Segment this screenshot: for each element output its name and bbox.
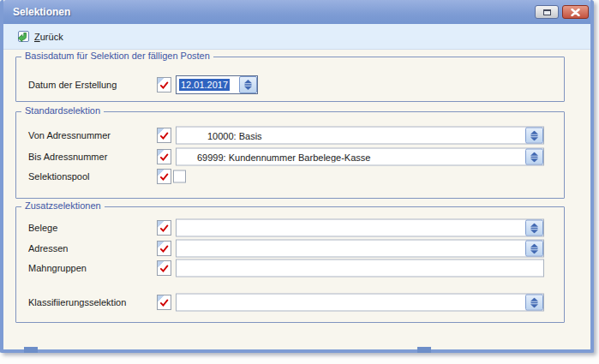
selection-active-check-icon[interactable]	[157, 295, 171, 310]
group-standardselektion: Standardselektion Von Adressnummer 10000…	[15, 111, 565, 199]
close-icon	[571, 9, 580, 16]
field-value: 10000: Basis	[177, 130, 525, 140]
back-icon	[15, 30, 30, 44]
form-row-adressen: Adressen	[16, 239, 564, 258]
spinner-button[interactable]	[525, 295, 543, 311]
form-row-von-adressnummer: Von Adressnummer 10000: Basis	[16, 126, 564, 145]
bis-adressnummer-field[interactable]: 69999: Kundennummer Barbelege-Kasse	[176, 148, 544, 166]
klassifiierungsselektion-field[interactable]	[176, 294, 544, 312]
form-row-belege: Belege	[16, 218, 564, 237]
field-label: Mahngruppen	[28, 263, 87, 273]
close-button[interactable]	[562, 5, 589, 19]
spinner-icon	[530, 130, 538, 140]
minimize-button[interactable]	[535, 5, 559, 19]
field-label: Belege	[28, 223, 57, 233]
spinner-button[interactable]	[525, 220, 543, 236]
field-value: 69999: Kundennummer Barbelege-Kasse	[177, 152, 525, 162]
spinner-icon	[244, 80, 252, 90]
field-label: Klassifiierungsselektion	[28, 297, 126, 307]
group-basisdatum: Basisdatum für Selektion der fälligen Po…	[15, 57, 565, 102]
adressen-field[interactable]	[176, 240, 544, 258]
date-spinner-button[interactable]	[239, 76, 257, 93]
minimize-icon	[543, 9, 551, 15]
mahngruppen-field[interactable]	[176, 260, 544, 277]
von-adressnummer-field[interactable]: 10000: Basis	[176, 127, 544, 145]
titlebar[interactable]: Selektionen	[3, 0, 590, 24]
field-label: Datum der Erstellung	[28, 80, 117, 90]
selection-active-check-icon[interactable]	[157, 220, 171, 236]
group-title: Standardselektion	[21, 105, 104, 116]
group-title: Basisdatum für Selektion der fälligen Po…	[21, 51, 213, 61]
form-row-selektionspool: Selektionspool	[16, 167, 564, 186]
background-window-fragment	[417, 347, 431, 353]
selection-active-check-icon[interactable]	[157, 241, 171, 256]
window-title: Selektionen	[3, 6, 70, 18]
field-label: Bis Adressnummer	[28, 152, 107, 162]
form-row-bis-adressnummer: Bis Adressnummer 69999: Kundennummer Bar…	[16, 147, 564, 166]
selection-active-check-icon[interactable]	[157, 128, 171, 143]
background-window-fragment	[24, 347, 38, 353]
group-zusatzselektionen: Zusatzselektionen Belege Adressen	[15, 206, 565, 323]
selection-active-check-icon[interactable]	[157, 260, 171, 276]
group-title: Zusatzselektionen	[21, 200, 105, 211]
spinner-icon	[530, 297, 538, 307]
spinner-button[interactable]	[525, 128, 543, 144]
field-label: Selektionspool	[28, 171, 90, 182]
selection-active-check-icon[interactable]	[157, 149, 171, 164]
field-label: Adressen	[28, 243, 68, 254]
form-row-klassifiierungsselektion: Klassifiierungsselektion	[16, 293, 564, 312]
date-input[interactable]: 12.01.2017	[176, 75, 258, 94]
field-label: Von Adressnummer	[28, 130, 111, 140]
form-row-datum: Datum der Erstellung 12.01.2017	[16, 75, 564, 94]
toolbar: Zurück	[3, 24, 590, 50]
form-row-mahngruppen: Mahngruppen	[16, 259, 564, 277]
dialog-body: Basisdatum für Selektion der fälligen Po…	[3, 50, 590, 349]
spinner-icon	[530, 152, 538, 162]
dialog-window: Selektionen Zurück Basisdatum für Selekt…	[0, 0, 594, 353]
spinner-button[interactable]	[525, 241, 543, 257]
selection-active-check-icon[interactable]	[157, 77, 171, 92]
spinner-icon	[530, 223, 538, 233]
spinner-icon	[530, 243, 538, 254]
belege-field[interactable]	[176, 219, 544, 237]
back-button-label: Zurück	[34, 32, 63, 42]
back-button[interactable]: Zurück	[13, 27, 69, 46]
date-value: 12.01.2017	[177, 80, 239, 90]
selection-active-check-icon[interactable]	[157, 169, 171, 184]
spinner-button[interactable]	[525, 149, 543, 165]
selektionspool-checkbox[interactable]	[173, 170, 186, 183]
